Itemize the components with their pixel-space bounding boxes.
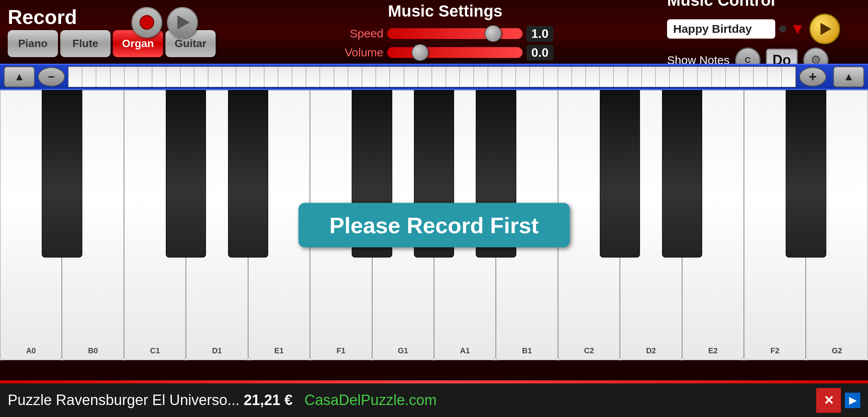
mini-key[interactable] [740, 67, 754, 87]
mini-key[interactable] [600, 67, 614, 87]
mini-key[interactable] [278, 67, 292, 87]
mini-key[interactable] [222, 67, 236, 87]
mini-key[interactable] [68, 67, 82, 87]
key-label-G2: G2 [832, 346, 842, 355]
mini-key[interactable] [754, 67, 768, 87]
record-button[interactable] [131, 7, 162, 38]
mini-key[interactable] [418, 67, 432, 87]
mini-key[interactable] [628, 67, 642, 87]
mini-key[interactable] [502, 67, 516, 87]
mini-keyboard [68, 66, 796, 87]
mini-key[interactable] [292, 67, 306, 87]
flute-button[interactable]: Flute [60, 30, 111, 57]
mini-key[interactable] [586, 67, 600, 87]
key-label-C2: C2 [584, 346, 594, 355]
ad-text: Puzzle Ravensburger El Universo... 21,21… [8, 392, 812, 409]
speed-knob[interactable] [485, 25, 502, 42]
key-label-C1: C1 [150, 346, 160, 355]
mini-key[interactable] [544, 67, 558, 87]
mini-key[interactable] [684, 67, 698, 87]
play-button[interactable] [167, 7, 198, 38]
header: Record Piano Flute Organ Guitar Music Se… [0, 0, 868, 64]
mini-key[interactable] [334, 67, 348, 87]
bottom-red-line [0, 380, 868, 383]
music-control-play-button[interactable] [809, 14, 840, 44]
piano-button[interactable]: Piano [8, 30, 58, 57]
mini-key[interactable] [698, 67, 711, 87]
dropdown-arrow-icon[interactable]: ▼ [790, 20, 805, 37]
key-label-G1: G1 [398, 346, 408, 355]
mini-key[interactable] [180, 67, 194, 87]
mini-key[interactable] [572, 67, 586, 87]
key-label-B1: B1 [522, 346, 532, 355]
key-label-D2: D2 [646, 346, 656, 355]
mini-key[interactable] [166, 67, 180, 87]
mini-key[interactable] [236, 67, 250, 87]
key-label-E2: E2 [708, 346, 718, 355]
black-key-C#2[interactable] [600, 90, 640, 258]
nav-plus-button[interactable]: + [799, 67, 826, 86]
mc-play-icon [820, 23, 831, 35]
mini-key[interactable] [488, 67, 502, 87]
mini-key[interactable] [124, 67, 138, 87]
key-label-F2: F2 [771, 346, 779, 355]
nav-bar: ▲ − [0, 64, 868, 90]
black-key-D#1[interactable] [228, 90, 268, 258]
ad-info-icon[interactable]: ▶ [845, 393, 860, 408]
record-overlay: Please Record First [298, 203, 570, 247]
mini-key[interactable] [642, 67, 656, 87]
mini-key[interactable] [250, 67, 264, 87]
mini-key[interactable] [306, 67, 320, 87]
mini-key[interactable] [82, 67, 96, 87]
mini-key[interactable] [404, 67, 418, 87]
speed-label: Speed [337, 27, 383, 40]
mini-key[interactable] [614, 67, 628, 87]
mini-key[interactable] [208, 67, 222, 87]
volume-knob[interactable] [412, 44, 429, 61]
mini-key[interactable] [348, 67, 362, 87]
ad-bar: Puzzle Ravensburger El Universo... 21,21… [0, 383, 868, 417]
mini-key[interactable] [670, 67, 684, 87]
key-label-A0: A0 [26, 346, 36, 355]
mini-key[interactable] [460, 67, 474, 87]
mini-key[interactable] [446, 67, 460, 87]
key-label-D1: D1 [212, 346, 222, 355]
mini-key[interactable] [474, 67, 488, 87]
record-icon [140, 15, 154, 30]
mini-key[interactable] [782, 67, 796, 87]
speed-slider[interactable] [387, 28, 523, 39]
black-key-A#0[interactable] [42, 90, 82, 258]
play-icon [177, 15, 190, 29]
volume-slider[interactable] [387, 47, 523, 58]
mini-key[interactable] [530, 67, 544, 87]
key-label-A1: A1 [460, 346, 470, 355]
mini-key[interactable] [152, 67, 166, 87]
mini-key[interactable] [362, 67, 376, 87]
ad-close-button[interactable]: ✕ [816, 388, 841, 413]
black-key-D#2[interactable] [662, 90, 702, 258]
mini-key[interactable] [432, 67, 446, 87]
mini-key[interactable] [558, 67, 572, 87]
mini-key[interactable] [138, 67, 152, 87]
mini-key[interactable] [656, 67, 670, 87]
mini-key[interactable] [726, 67, 740, 87]
key-label-B0: B0 [88, 346, 98, 355]
nav-left-arrow[interactable]: ▲ [4, 66, 35, 87]
mini-key[interactable] [320, 67, 334, 87]
mini-key[interactable] [111, 67, 124, 87]
mini-key[interactable] [376, 67, 390, 87]
mini-key[interactable] [516, 67, 530, 87]
record-overlay-text: Please Record First [329, 213, 539, 238]
nav-minus-button[interactable]: − [38, 67, 65, 86]
song-name[interactable]: Happy Birtday [667, 19, 775, 39]
mini-key[interactable] [768, 67, 781, 87]
nav-right-arrow[interactable]: ▲ [833, 66, 864, 87]
black-key-C#1[interactable] [166, 90, 206, 258]
mini-key[interactable] [96, 67, 110, 87]
control-buttons [131, 7, 198, 38]
mini-key[interactable] [390, 67, 404, 87]
mini-key[interactable] [194, 67, 208, 87]
mini-key[interactable] [264, 67, 278, 87]
mini-key[interactable] [712, 67, 726, 87]
black-key-F#2[interactable] [786, 90, 826, 258]
